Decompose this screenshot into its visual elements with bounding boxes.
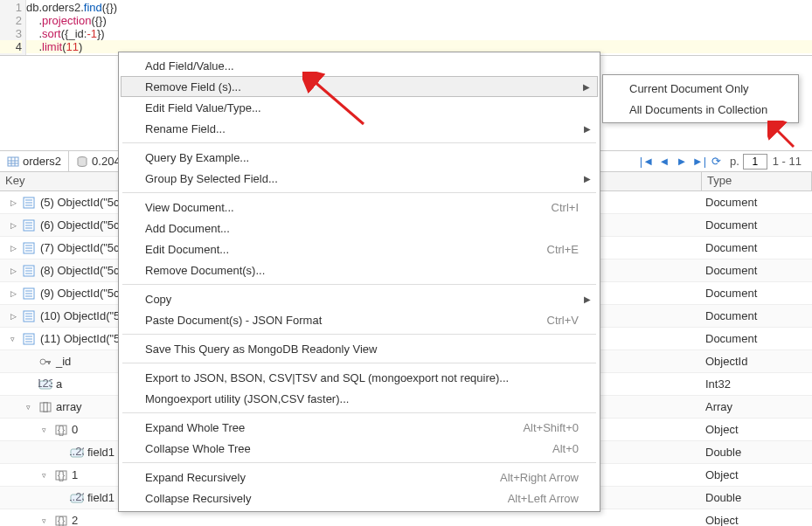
doc-icon [23, 242, 37, 254]
menu-item[interactable]: Collapse RecursivelyAlt+Left Arrow [121, 488, 598, 509]
menu-item[interactable]: All Documents in Collection [605, 99, 796, 120]
menu-item-label: Collapse Recursively [145, 492, 251, 505]
svg-text:1.23: 1.23 [70, 492, 84, 503]
context-menu[interactable]: Add Field/Value...Remove Field (s)...▶Ed… [118, 52, 600, 512]
menu-item[interactable]: Add Field/Value... [121, 55, 598, 76]
row-type: Document [702, 309, 812, 322]
pager-refresh-icon[interactable]: ⟳ [709, 154, 725, 170]
doc-icon [23, 219, 37, 232]
twisty-icon[interactable]: ▷ [10, 289, 19, 298]
twisty-icon[interactable]: ▷ [10, 312, 19, 321]
pager-page-prefix: p. [726, 155, 741, 168]
row-label: field1 [87, 491, 115, 504]
menu-item-label: Copy [145, 293, 171, 306]
menu-item[interactable]: Paste Document(s) - JSON FormatCtrl+V [121, 309, 598, 330]
menu-item[interactable]: View Document...Ctrl+I [121, 197, 598, 218]
menu-item-label: Expand Whole Tree [145, 421, 245, 434]
row-type: Object [702, 514, 812, 526]
twisty-icon[interactable]: ▿ [42, 426, 51, 434]
doc-icon [23, 310, 37, 322]
pager-prev-icon[interactable]: ◄ [656, 154, 672, 170]
menu-item[interactable]: Query By Example... [121, 147, 598, 168]
dbl-icon: 1.23 [70, 446, 84, 459]
submenu-arrow-icon: ▶ [584, 174, 591, 183]
menu-item-label: Expand Recursively [145, 471, 246, 484]
menu-item-label: Edit Document... [145, 243, 229, 256]
submenu-arrow-icon: ▶ [583, 82, 590, 92]
menu-item-label: Edit Field Value/Type... [145, 101, 261, 114]
menu-item-label: Query By Example... [145, 151, 249, 164]
row-type: Array [702, 400, 812, 413]
menu-item[interactable]: Remove Field (s)...▶ [121, 76, 598, 97]
menu-item[interactable]: Copy▶ [121, 288, 598, 309]
grid-header-type[interactable]: Type [702, 172, 812, 190]
menu-separator [122, 284, 596, 285]
submenu-arrow-icon: ▶ [584, 294, 591, 304]
row-label: 1 [72, 468, 78, 481]
submenu-arrow-icon: ▶ [584, 124, 591, 134]
menu-shortcut: Ctrl+I [552, 201, 579, 214]
menu-shortcut: Alt+Left Arrow [508, 492, 579, 505]
menu-item-label: Rename Field... [145, 122, 226, 135]
twisty-icon[interactable]: ▷ [10, 198, 19, 207]
row-label: array [56, 400, 82, 413]
menu-separator [122, 412, 596, 413]
twisty-icon[interactable]: ▿ [42, 471, 51, 480]
menu-item-label: Group By Selected Field... [145, 172, 278, 185]
menu-item[interactable]: Save This Query as MongoDB Readonly View [121, 338, 598, 359]
twisty-icon[interactable]: ▿ [10, 335, 19, 343]
key-icon [38, 356, 52, 368]
menu-separator [122, 192, 596, 193]
menu-shortcut: Alt+Right Arrow [500, 471, 579, 484]
pager-last-icon[interactable]: ►| [691, 154, 707, 170]
svg-text:{}: {} [58, 469, 66, 481]
menu-item[interactable]: Export to JSON, BSON, CSV|TSV and SQL (m… [121, 367, 598, 388]
pager-page-input[interactable] [743, 154, 767, 170]
db-icon [76, 156, 88, 168]
menu-separator [122, 334, 596, 335]
menu-item-label: Remove Document(s)... [145, 264, 265, 277]
twisty-icon[interactable]: ▷ [10, 266, 19, 275]
menu-item[interactable]: Remove Document(s)... [121, 260, 598, 280]
doc-icon [23, 287, 37, 300]
row-type: Double [702, 491, 812, 504]
menu-item[interactable]: Edit Document...Ctrl+E [121, 239, 598, 260]
twisty-icon[interactable]: ▷ [10, 244, 19, 253]
row-type: ObjectId [702, 355, 812, 368]
menu-separator [122, 363, 596, 363]
row-type: Object [702, 423, 812, 436]
row-type: Document [702, 264, 812, 277]
pager-next-icon[interactable]: ► [674, 154, 690, 170]
row-type: Document [702, 196, 812, 209]
dbl-icon: 1.23 [70, 492, 84, 504]
menu-item[interactable]: Edit Field Value/Type... [121, 97, 598, 118]
menu-shortcut: Alt+0 [552, 442, 579, 455]
menu-shortcut: Ctrl+E [547, 243, 579, 256]
menu-item[interactable]: Mongoexport utility (JSON,CSV faster)... [121, 388, 598, 409]
results-tab[interactable]: orders2 [0, 150, 69, 172]
menu-item-label: Add Document... [145, 222, 230, 235]
menu-item[interactable]: Collapse Whole TreeAlt+0 [121, 438, 598, 459]
arr-icon: [] [38, 401, 52, 413]
row-type: Document [702, 241, 812, 254]
row-label: _id [56, 355, 71, 368]
doc-icon [23, 265, 37, 277]
menu-item[interactable]: Expand Whole TreeAlt+Shift+0 [121, 417, 598, 438]
code-editor[interactable]: 1234 db.orders2.find({}) .projection({})… [0, 0, 812, 56]
row-label: 2 [72, 514, 78, 526]
menu-item[interactable]: Group By Selected Field...▶ [121, 168, 598, 189]
menu-item-label: Mongoexport utility (JSON,CSV faster)... [145, 392, 349, 405]
menu-item[interactable]: Current Document Only [605, 78, 796, 99]
menu-item[interactable]: Rename Field...▶ [121, 118, 598, 139]
menu-item[interactable]: Expand RecursivelyAlt+Right Arrow [121, 467, 598, 488]
pager-first-icon[interactable]: |◄ [639, 154, 655, 170]
twisty-icon[interactable]: ▷ [10, 221, 19, 230]
editor-code[interactable]: db.orders2.find({}) .projection({}) .sor… [26, 0, 812, 55]
menu-item[interactable]: Add Document... [121, 218, 598, 239]
submenu-remove-field[interactable]: Current Document OnlyAll Documents in Co… [602, 74, 799, 123]
menu-shortcut: Alt+Shift+0 [523, 421, 579, 434]
svg-text:1.23: 1.23 [70, 446, 84, 458]
twisty-icon[interactable]: ▿ [42, 516, 51, 525]
twisty-icon[interactable]: ▿ [26, 403, 35, 412]
svg-text:{}: {} [58, 424, 66, 436]
